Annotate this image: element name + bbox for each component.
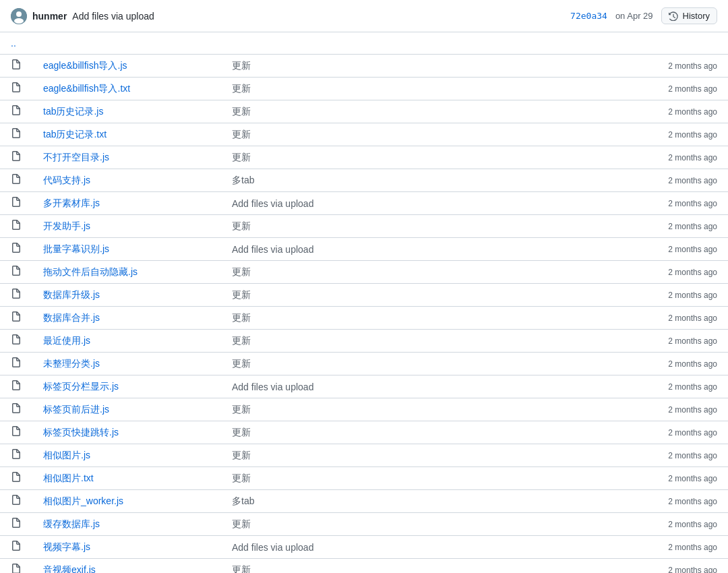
table-row: 相似图片_worker.js 多tab 2 months ago bbox=[0, 490, 728, 513]
commit-message-cell: Add files via upload bbox=[221, 536, 522, 559]
file-name-link[interactable]: tab历史记录.txt bbox=[43, 129, 107, 140]
file-name-link[interactable]: 相似图片.txt bbox=[43, 473, 94, 483]
table-row: eagle&billfish导入.js 更新 2 months ago bbox=[0, 55, 728, 78]
file-name-link[interactable]: 批量字幕识别.js bbox=[43, 243, 109, 254]
file-name-link[interactable]: 多开素材库.js bbox=[43, 198, 100, 208]
file-name-link[interactable]: 最近使用.js bbox=[43, 335, 90, 346]
file-name-link[interactable]: 拖动文件后自动隐藏.js bbox=[43, 266, 138, 277]
commit-message-cell: 更新 bbox=[221, 444, 522, 467]
file-icon bbox=[11, 334, 22, 345]
file-time-cell: 2 months ago bbox=[522, 353, 728, 375]
commit-message-cell: 多tab bbox=[221, 169, 522, 192]
file-name-link[interactable]: 代码支持.js bbox=[43, 175, 90, 185]
history-button[interactable]: History bbox=[661, 7, 717, 24]
file-name-link[interactable]: 数据库升级.js bbox=[43, 289, 100, 300]
file-time-cell: 2 months ago bbox=[522, 375, 728, 398]
file-name-link[interactable]: 开发助手.js bbox=[43, 220, 90, 231]
commit-message-cell: 更新 bbox=[221, 307, 522, 330]
file-icon-cell bbox=[0, 398, 32, 421]
file-name-link[interactable]: 未整理分类.js bbox=[43, 358, 100, 369]
commit-hash-link[interactable]: 72e0a34 bbox=[570, 11, 607, 21]
file-icon bbox=[11, 174, 22, 185]
table-row: 相似图片.txt 更新 2 months ago bbox=[0, 467, 728, 490]
file-icon-cell bbox=[0, 536, 32, 559]
file-name-link[interactable]: 不打开空目录.js bbox=[43, 152, 109, 162]
table-row: 视频字幕.js Add files via upload 2 months ag… bbox=[0, 536, 728, 559]
table-row: 标签页快捷跳转.js 更新 2 months ago bbox=[0, 421, 728, 444]
file-icon-cell bbox=[0, 444, 32, 467]
file-icon-cell bbox=[0, 55, 32, 78]
file-icon-cell bbox=[0, 284, 32, 307]
commit-message: Add files via upload bbox=[72, 11, 154, 22]
file-icon-cell bbox=[0, 169, 32, 192]
table-row: 数据库升级.js 更新 2 months ago bbox=[0, 284, 728, 307]
file-name-link[interactable]: 视频字幕.js bbox=[43, 541, 90, 552]
file-name-link[interactable]: eagle&billfish导入.txt bbox=[43, 83, 130, 94]
svg-point-1 bbox=[16, 11, 22, 17]
file-icon bbox=[11, 59, 22, 70]
table-row: 标签页分栏显示.js Add files via upload 2 months… bbox=[0, 375, 728, 398]
table-row: eagle&billfish导入.txt 更新 2 months ago bbox=[0, 78, 728, 100]
file-icon-cell bbox=[0, 353, 32, 375]
file-name-link[interactable]: 相似图片_worker.js bbox=[43, 495, 123, 506]
table-row: tab历史记录.js 更新 2 months ago bbox=[0, 100, 728, 123]
file-icon-cell bbox=[0, 559, 32, 574]
header-left: hunmer Add files via upload bbox=[11, 8, 154, 24]
file-name-link[interactable]: 相似图片.js bbox=[43, 450, 90, 460]
commit-message-cell: 更新 bbox=[221, 353, 522, 375]
commit-message-cell: 更新 bbox=[221, 123, 522, 146]
file-name-cell: 缓存数据库.js bbox=[32, 513, 221, 536]
commit-message-cell: 更新 bbox=[221, 513, 522, 536]
file-icon bbox=[11, 564, 22, 573]
file-name-cell: 标签页分栏显示.js bbox=[32, 375, 221, 398]
svg-point-2 bbox=[14, 18, 24, 24]
file-icon bbox=[11, 472, 22, 483]
file-time-cell: 2 months ago bbox=[522, 146, 728, 169]
commit-message-cell: Add files via upload bbox=[221, 238, 522, 261]
file-icon bbox=[11, 541, 22, 551]
commit-message-cell: Add files via upload bbox=[221, 192, 522, 215]
file-icon bbox=[11, 289, 22, 299]
file-name-link[interactable]: 音视频exif.js bbox=[43, 564, 96, 574]
commit-message-cell: 更新 bbox=[221, 55, 522, 78]
file-name-link[interactable]: 标签页快捷跳转.js bbox=[43, 427, 119, 438]
file-time-cell: 2 months ago bbox=[522, 444, 728, 467]
file-time-cell: 2 months ago bbox=[522, 78, 728, 100]
file-name-link[interactable]: 缓存数据库.js bbox=[43, 518, 100, 529]
commit-author[interactable]: hunmer bbox=[32, 11, 67, 22]
file-icon-cell bbox=[0, 192, 32, 215]
file-time-cell: 2 months ago bbox=[522, 55, 728, 78]
file-icon bbox=[11, 403, 22, 414]
file-icon bbox=[11, 197, 22, 208]
file-name-link[interactable]: 数据库合并.js bbox=[43, 312, 100, 323]
parent-dir-link[interactable]: .. bbox=[11, 38, 16, 49]
file-icon bbox=[11, 311, 22, 322]
table-row: 多开素材库.js Add files via upload 2 months a… bbox=[0, 192, 728, 215]
commit-message-cell: 更新 bbox=[221, 421, 522, 444]
commit-message-cell: 更新 bbox=[221, 467, 522, 490]
commit-header: hunmer Add files via upload 72e0a34 on A… bbox=[0, 0, 728, 32]
file-name-link[interactable]: 标签页分栏显示.js bbox=[43, 381, 119, 392]
history-icon bbox=[669, 11, 678, 21]
file-icon bbox=[11, 380, 22, 391]
commit-message-cell: Add files via upload bbox=[221, 375, 522, 398]
file-icon bbox=[11, 357, 22, 368]
file-time-cell: 2 months ago bbox=[522, 307, 728, 330]
file-table: .. eagle&billfish导入.js 更新 2 months ago bbox=[0, 32, 728, 573]
commit-message-cell: 多tab bbox=[221, 490, 522, 513]
table-row: 最近使用.js 更新 2 months ago bbox=[0, 330, 728, 353]
file-name-link[interactable]: tab历史记录.js bbox=[43, 106, 103, 117]
file-name-cell: 视频字幕.js bbox=[32, 536, 221, 559]
file-time-cell: 2 months ago bbox=[522, 100, 728, 123]
file-name-cell: 多开素材库.js bbox=[32, 192, 221, 215]
table-row: 拖动文件后自动隐藏.js 更新 2 months ago bbox=[0, 261, 728, 284]
file-time-cell: 2 months ago bbox=[522, 169, 728, 192]
file-time-cell: 2 months ago bbox=[522, 421, 728, 444]
table-row: 数据库合并.js 更新 2 months ago bbox=[0, 307, 728, 330]
file-time-cell: 2 months ago bbox=[522, 284, 728, 307]
file-time-cell: 2 months ago bbox=[522, 192, 728, 215]
file-name-link[interactable]: 标签页前后进.js bbox=[43, 404, 109, 415]
file-icon-cell bbox=[0, 78, 32, 100]
file-icon-cell bbox=[0, 123, 32, 146]
file-name-link[interactable]: eagle&billfish导入.js bbox=[43, 60, 127, 71]
